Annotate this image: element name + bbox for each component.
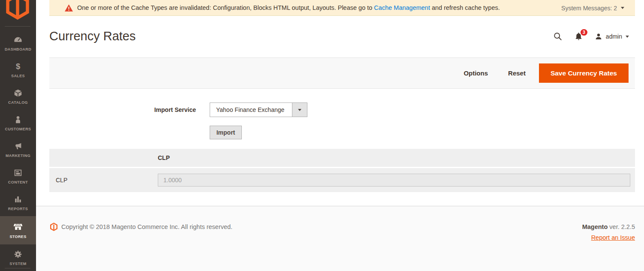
sidebar-item-dashboard[interactable]: DASHBOARD (0, 30, 36, 57)
sidebar-item-content[interactable]: CONTENT (0, 163, 36, 190)
magento-footer-logo-icon (50, 223, 57, 231)
select-arrow-button[interactable] (292, 103, 307, 117)
sales-icon: $ (13, 62, 23, 71)
customers-icon (13, 115, 23, 124)
system-messages-toggle[interactable]: System Messages: 2 (561, 0, 624, 16)
sidebar-item-stores[interactable]: STORES (0, 216, 36, 244)
magento-logo-icon[interactable] (6, 0, 29, 20)
chevron-down-icon (626, 36, 629, 38)
sidebar-item-label: CATALOG (8, 100, 28, 105)
sidebar-divider (5, 268, 30, 268)
sidebar-item-label: DASHBOARD (5, 47, 31, 51)
search-icon[interactable] (553, 32, 563, 41)
page-actions-toolbar: Options Reset Save Currency Rates (49, 57, 635, 89)
rates-table-header-row: CLP (49, 149, 635, 167)
admin-menu[interactable]: admin (595, 33, 629, 40)
footer: Copyright © 2018 Magento Commerce Inc. A… (36, 206, 644, 271)
cache-management-link[interactable]: Cache Management (374, 4, 430, 11)
sidebar-item-label: STORES (9, 235, 26, 239)
sidebar-item-reports[interactable]: REPORTS (0, 190, 36, 216)
sidebar-item-catalog[interactable]: CATALOG (0, 83, 36, 110)
system-message-banner: One or more of the Cache Types are inval… (49, 0, 635, 16)
admin-username: admin (606, 33, 622, 40)
sidebar-item-label: REPORTS (8, 207, 28, 211)
sidebar-item-label: MARKETING (6, 154, 30, 158)
copyright-text: Copyright © 2018 Magento Commerce Inc. A… (61, 223, 232, 230)
marketing-icon (13, 142, 23, 151)
footer-right: Magento ver. 2.2.5 Report an Issue (582, 223, 635, 241)
sidebar-item-customers[interactable]: CUSTOMERS (0, 110, 36, 136)
header-actions: 3 admin (553, 30, 629, 43)
content-icon (13, 168, 23, 178)
sidebar-item-sales[interactable]: $ SALES (0, 57, 36, 83)
footer-left: Copyright © 2018 Magento Commerce Inc. A… (50, 223, 232, 231)
sidebar-divider (5, 26, 30, 27)
report-an-issue-link[interactable]: Report an Issue (591, 234, 635, 241)
sidebar-item-label: SYSTEM (9, 262, 26, 266)
notifications-bell-icon[interactable]: 3 (575, 32, 583, 41)
import-button[interactable]: Import (210, 126, 242, 139)
warning-icon (65, 4, 73, 12)
options-button[interactable]: Options (463, 69, 488, 77)
sidebar-item-system[interactable]: SYSTEM (0, 244, 36, 271)
stores-icon (13, 222, 23, 232)
system-icon (13, 250, 23, 259)
dashboard-icon (13, 35, 23, 45)
rate-input[interactable] (158, 174, 630, 187)
currency-row-label: CLP (56, 168, 67, 192)
page-title: Currency Rates (49, 29, 135, 43)
banner-message-prefix: One or more of the Cache Types are inval… (77, 4, 374, 11)
reset-button[interactable]: Reset (508, 69, 526, 77)
save-currency-rates-button[interactable]: Save Currency Rates (539, 63, 629, 83)
user-icon (595, 33, 602, 40)
sidebar-nav: DASHBOARD $ SALES CATALOG CUSTOMERS (0, 30, 36, 271)
chevron-down-icon (621, 7, 624, 9)
system-messages-label: System Messages: 2 (561, 5, 617, 12)
chevron-down-icon (298, 109, 301, 111)
sidebar: DASHBOARD $ SALES CATALOG CUSTOMERS (0, 0, 36, 271)
notification-count-badge: 3 (581, 29, 587, 36)
version-line: Magento ver. 2.2.5 (582, 223, 635, 230)
catalog-icon (13, 88, 23, 98)
import-service-select[interactable]: Yahoo Finance Exchange (210, 102, 307, 117)
svg-text:$: $ (16, 62, 20, 71)
banner-message-suffix: and refresh cache types. (430, 4, 500, 11)
rates-column-header: CLP (158, 154, 170, 161)
sidebar-item-label: SALES (11, 74, 25, 78)
version-number: ver. 2.2.5 (609, 223, 635, 230)
reports-icon (13, 195, 23, 204)
rates-table-row: CLP (49, 168, 635, 192)
sidebar-item-marketing[interactable]: MARKETING (0, 136, 36, 163)
brand-name: Magento (582, 223, 608, 230)
banner-message: One or more of the Cache Types are inval… (77, 4, 500, 11)
sidebar-item-label: CUSTOMERS (5, 127, 31, 131)
sidebar-item-label: CONTENT (8, 180, 28, 184)
import-service-label: Import Service (153, 106, 196, 113)
